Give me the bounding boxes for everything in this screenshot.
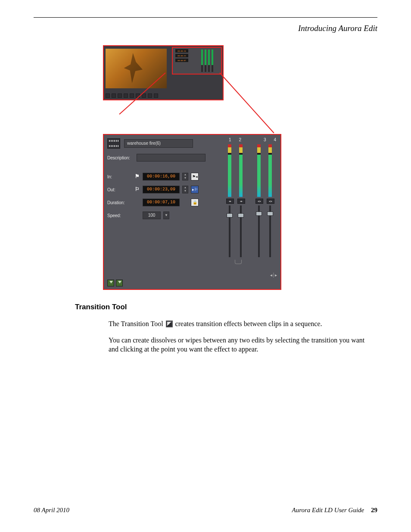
- clip-name-field[interactable]: warehouse fire(6): [124, 139, 193, 148]
- pan-control-2[interactable]: ◂▸: [237, 199, 245, 204]
- mark-in-flag-icon: ⚑: [134, 173, 140, 180]
- pan-control-1[interactable]: ◂▸: [226, 199, 234, 204]
- paragraph-2: You can create dissolves or wipes betwee…: [109, 336, 367, 354]
- duration-label: Duration:: [107, 200, 131, 205]
- in-spinner[interactable]: ▲▼: [182, 173, 188, 180]
- fader-3[interactable]: [258, 205, 260, 257]
- thumbnail-meters: [201, 46, 221, 74]
- footer-date: 08 April 2010: [34, 507, 69, 514]
- mark-out-flag-icon: ⚐: [134, 186, 140, 193]
- fader-1[interactable]: [229, 205, 230, 257]
- fader-2[interactable]: [240, 205, 242, 257]
- description-field[interactable]: [137, 154, 206, 162]
- out-label: Out:: [107, 187, 131, 192]
- out-spinner[interactable]: ▲▼: [182, 186, 188, 193]
- clip-reel-icon: [107, 138, 120, 149]
- channel-label-3: 3: [264, 137, 266, 142]
- page-footer: 08 April 2010 Aurora Edit LD User Guide …: [34, 507, 377, 514]
- channel-link-icon: [235, 260, 242, 264]
- footer-page-number: 29: [371, 507, 377, 513]
- channel-label-1: 1: [229, 137, 231, 142]
- set-out-button[interactable]: ▸⚐: [191, 186, 199, 193]
- import-buttons: [107, 280, 123, 286]
- set-in-button[interactable]: ⚑◂: [191, 173, 199, 180]
- speed-field[interactable]: 100: [143, 212, 161, 219]
- lock-duration-button[interactable]: 🔒: [191, 199, 199, 206]
- in-timecode-field[interactable]: 00:00:16,00: [143, 173, 180, 180]
- audio-meters: 1 2 3 4 ◂▸ ◂▸ ◂|▸ ◂|▸: [228, 137, 276, 266]
- import-button-2[interactable]: [116, 280, 123, 286]
- section-title: Transition Tool: [75, 303, 377, 311]
- trim-panel: warehouse fire(6) Description: In: ⚑ 00:…: [103, 134, 281, 290]
- speed-dropdown[interactable]: ▼: [163, 212, 169, 219]
- footer-guide-title: Aurora Edit LD User Guide: [292, 507, 364, 513]
- channel-label-2: 2: [239, 137, 242, 142]
- speed-label: Speed:: [107, 213, 131, 218]
- chapter-title: Introducing Aurora Edit: [34, 24, 377, 33]
- expand-collapse-icon[interactable]: ◂┊▸: [269, 273, 278, 279]
- figure-area: 00:00:16 00:00:23 00:00:07 warehouse fir…: [103, 45, 281, 290]
- out-timecode-field[interactable]: 00:00:23,09: [143, 186, 180, 193]
- app-thumbnail: 00:00:16 00:00:23 00:00:07: [103, 45, 224, 100]
- paragraph-1: The Transition Tool creates transition e…: [109, 319, 367, 329]
- duration-field[interactable]: 00:00:07,10: [143, 199, 180, 206]
- description-label: Description:: [107, 156, 131, 160]
- thumbnail-video: [106, 49, 167, 88]
- import-button-1[interactable]: [107, 280, 114, 286]
- pan-control-4[interactable]: ◂|▸: [267, 199, 274, 204]
- fader-4[interactable]: [269, 205, 271, 257]
- in-label: In:: [107, 174, 131, 179]
- thumbnail-transport: [106, 93, 170, 99]
- pan-control-3[interactable]: ◂|▸: [255, 199, 263, 204]
- transition-tool-icon: [166, 320, 173, 327]
- channel-label-4: 4: [274, 137, 276, 142]
